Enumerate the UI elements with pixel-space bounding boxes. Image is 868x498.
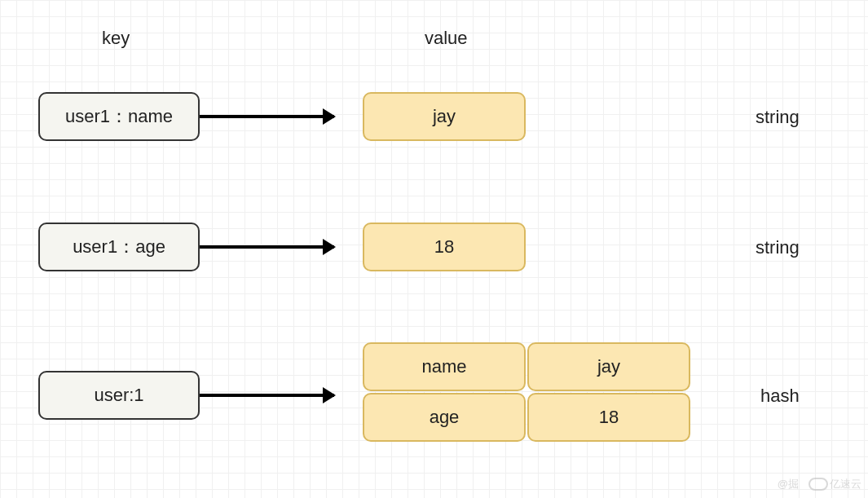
- hash-value-18: 18: [527, 393, 690, 442]
- hash-field-name: name: [363, 342, 526, 391]
- arrow-row1: [200, 115, 334, 118]
- hash-field-text: name: [421, 356, 466, 377]
- key-box-user1-name: user1：name: [38, 92, 200, 141]
- type-label-hash: hash: [760, 386, 800, 407]
- key-box-user1-hash: user:1: [38, 371, 200, 420]
- value-box-18: 18: [363, 223, 526, 271]
- key-text: user1：age: [73, 235, 165, 259]
- hash-value-text: jay: [597, 356, 620, 377]
- cloud-icon: [809, 478, 828, 491]
- watermark-brand: 亿速云: [830, 477, 861, 491]
- arrow-row2: [200, 245, 334, 249]
- hash-field-age: age: [363, 393, 526, 442]
- type-label-string-1: string: [756, 107, 800, 128]
- key-box-user1-age: user1：age: [38, 223, 200, 271]
- value-text: jay: [433, 106, 456, 127]
- value-text: 18: [434, 236, 454, 258]
- hash-value-jay: jay: [527, 342, 690, 391]
- type-label-string-2: string: [756, 237, 800, 258]
- watermark-author: @掘: [778, 477, 799, 491]
- value-header: value: [425, 28, 468, 49]
- hash-value-text: 18: [599, 407, 619, 428]
- key-text: user:1: [94, 385, 143, 406]
- watermark-logo: 亿速云: [809, 477, 861, 491]
- arrow-row3: [200, 394, 334, 397]
- value-box-jay: jay: [363, 92, 526, 141]
- watermark: @掘 亿速云: [778, 477, 861, 491]
- key-text: user1：name: [65, 104, 173, 129]
- hash-field-text: age: [430, 407, 460, 428]
- key-header: key: [102, 28, 130, 49]
